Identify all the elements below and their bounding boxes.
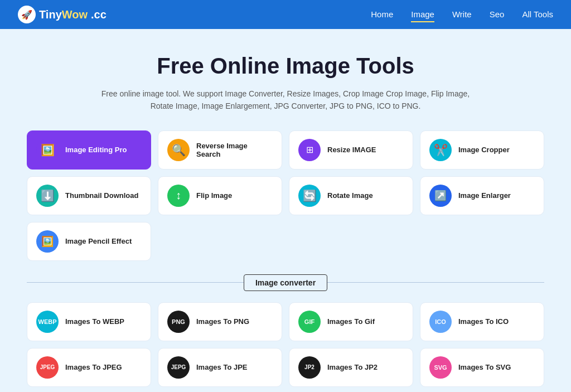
tool-icon-images-to-png: PNG — [167, 311, 190, 333]
tool-label-reverse-image-search: Reverse Image Search — [196, 142, 273, 158]
logo[interactable]: 🚀 TinyWow .cc — [18, 6, 107, 23]
nav-item-write[interactable]: Write — [452, 9, 472, 20]
tools-section: 🖼️ Image Editing Pro 🔍 Reverse Image Sea… — [18, 130, 553, 392]
tool-label-flip-image: Flip Image — [196, 191, 232, 200]
tool-icon-reverse-image-search: 🔍 — [167, 139, 190, 161]
tool-icon-resize-image: ⊞ — [298, 139, 321, 161]
tool-icon-images-to-gif: GIF — [298, 311, 321, 333]
tool-images-to-svg[interactable]: SVG Images To SVG — [420, 348, 544, 387]
divider-line-left — [27, 282, 244, 283]
tool-label-rotate-image: Rotate Image — [327, 191, 373, 200]
tool-icon-image-cropper: ✂️ — [429, 139, 452, 161]
tool-resize-image[interactable]: ⊞ Resize IMAGE — [289, 130, 413, 170]
tool-icon-images-to-jp2: JP2 — [298, 356, 321, 379]
tool-image-cropper[interactable]: ✂️ Image Cropper — [420, 130, 544, 170]
tool-label-images-to-ico: Images To ICO — [458, 317, 509, 326]
tool-images-to-jpe[interactable]: JEPG Images To JPE — [158, 348, 282, 387]
tool-icon-images-to-webp: WEBP — [36, 311, 59, 333]
tool-icon-images-to-svg: SVG — [429, 356, 452, 379]
tool-reverse-image-search[interactable]: 🔍 Reverse Image Search — [158, 130, 282, 170]
tool-images-to-jpeg[interactable]: JPEG Images To JPEG — [27, 348, 151, 387]
tool-icon-images-to-ico: ICO — [429, 311, 452, 333]
tool-images-to-png[interactable]: PNG Images To PNG — [158, 302, 282, 341]
tool-label-images-to-gif: Images To Gif — [327, 317, 375, 326]
tools-row-1: 🖼️ Image Editing Pro 🔍 Reverse Image Sea… — [27, 130, 544, 170]
hero-section: Free Online Image Tools Free online imag… — [0, 29, 571, 130]
tool-label-image-cropper: Image Cropper — [458, 146, 510, 154]
tool-label-image-editing-pro: Image Editing Pro — [65, 146, 127, 154]
tools-row-3: 🖼️ Image Pencil Effect — [27, 222, 544, 261]
tool-thumbnail-download[interactable]: ⬇️ Thumbnail Download — [27, 176, 151, 215]
tool-images-to-gif[interactable]: GIF Images To Gif — [289, 302, 413, 341]
nav-item-seo[interactable]: Seo — [490, 9, 505, 20]
tool-icon-thumbnail-download: ⬇️ — [36, 185, 59, 207]
tool-label-images-to-jp2: Images To JP2 — [327, 363, 378, 371]
tools-row-2: ⬇️ Thumbnail Download ↕️ Flip Image 🔄 Ro… — [27, 176, 544, 215]
tool-icon-image-pencil-effect: 🖼️ — [36, 230, 59, 253]
converter-divider: Image converter — [27, 274, 544, 291]
tool-label-images-to-jpe: Images To JPE — [196, 363, 248, 371]
tool-image-editing-pro[interactable]: 🖼️ Image Editing Pro — [27, 130, 151, 170]
tool-label-images-to-svg: Images To SVG — [458, 363, 511, 371]
tool-label-thumbnail-download: Thumbnail Download — [65, 191, 138, 200]
nav-item-image[interactable]: Image — [411, 9, 434, 20]
tool-label-resize-image: Resize IMAGE — [327, 146, 376, 154]
tool-images-to-jp2[interactable]: JP2 Images To JP2 — [289, 348, 413, 387]
nav-item-home[interactable]: Home — [371, 9, 393, 20]
hero-description: Free online image tool. We support Image… — [96, 88, 475, 113]
tool-label-image-pencil-effect: Image Pencil Effect — [65, 237, 132, 245]
tool-image-enlarger[interactable]: ↗️ Image Enlarger — [420, 176, 544, 215]
tool-icon-images-to-jpe: JEPG — [167, 356, 190, 379]
page-title: Free Online Image Tools — [11, 54, 560, 79]
tool-label-images-to-webp: Images To WEBP — [65, 317, 124, 326]
converter-section-title: Image converter — [244, 274, 327, 291]
divider-line-right — [327, 282, 544, 283]
logo-text: TinyWow — [39, 8, 88, 21]
tool-rotate-image[interactable]: 🔄 Rotate Image — [289, 176, 413, 215]
nav-item-alltools[interactable]: All Tools — [522, 9, 553, 20]
nav-menu: Home Image Write Seo All Tools — [371, 9, 553, 20]
tool-image-pencil-effect[interactable]: 🖼️ Image Pencil Effect — [27, 222, 151, 261]
logo-domain: .cc — [91, 8, 107, 21]
navbar: 🚀 TinyWow .cc Home Image Write Seo All T… — [0, 0, 571, 29]
converter-row-2: JPEG Images To JPEG JEPG Images To JPE J… — [27, 348, 544, 387]
tool-label-images-to-jpeg: Images To JPEG — [65, 363, 122, 371]
tool-images-to-ico[interactable]: ICO Images To ICO — [420, 302, 544, 341]
tool-images-to-webp[interactable]: WEBP Images To WEBP — [27, 302, 151, 341]
converter-row-1: WEBP Images To WEBP PNG Images To PNG GI… — [27, 302, 544, 341]
tool-icon-images-to-jpeg: JPEG — [36, 356, 59, 379]
tool-icon-image-enlarger: ↗️ — [429, 185, 452, 207]
tool-icon-flip-image: ↕️ — [167, 185, 190, 207]
tool-icon-rotate-image: 🔄 — [298, 185, 321, 207]
tool-label-image-enlarger: Image Enlarger — [458, 191, 511, 200]
tool-icon-image-editing-pro: 🖼️ — [36, 139, 59, 161]
tool-flip-image[interactable]: ↕️ Flip Image — [158, 176, 282, 215]
logo-icon: 🚀 — [18, 6, 36, 23]
tool-label-images-to-png: Images To PNG — [196, 317, 249, 326]
